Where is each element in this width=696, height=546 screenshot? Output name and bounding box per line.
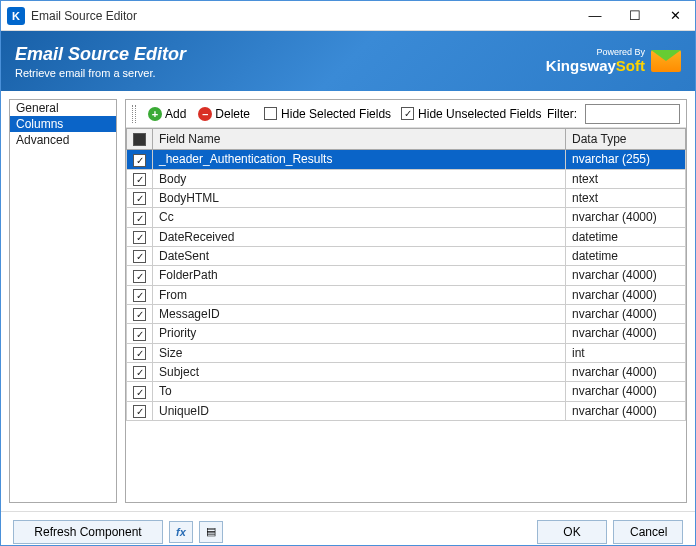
row-checkbox[interactable]: ✓	[133, 154, 146, 167]
toolbar: + Add – Delete Hide Selected Fields ✓ Hi…	[126, 100, 686, 128]
checkbox-icon	[264, 107, 277, 120]
data-type-cell[interactable]: int	[566, 343, 686, 362]
delete-button[interactable]: – Delete	[194, 105, 254, 123]
table-row[interactable]: ✓Sizeint	[127, 343, 686, 362]
field-name-cell[interactable]: Size	[153, 343, 566, 362]
data-type-cell[interactable]: nvarchar (4000)	[566, 304, 686, 323]
data-type-cell[interactable]: ntext	[566, 169, 686, 188]
table-row[interactable]: ✓Ccnvarchar (4000)	[127, 208, 686, 227]
header-title: Email Source Editor	[15, 44, 186, 65]
data-type-cell[interactable]: nvarchar (4000)	[566, 382, 686, 401]
data-type-cell[interactable]: nvarchar (4000)	[566, 266, 686, 285]
brand-logo: Powered By KingswaySoft	[546, 48, 681, 74]
table-row[interactable]: ✓BodyHTMLntext	[127, 188, 686, 207]
expression-button[interactable]: fx	[169, 521, 193, 543]
add-icon: +	[148, 107, 162, 121]
content-panel: + Add – Delete Hide Selected Fields ✓ Hi…	[125, 99, 687, 503]
row-checkbox[interactable]: ✓	[133, 405, 146, 418]
row-checkbox[interactable]: ✓	[133, 328, 146, 341]
field-name-cell[interactable]: DateReceived	[153, 227, 566, 246]
row-checkbox[interactable]: ✓	[133, 212, 146, 225]
ok-button[interactable]: OK	[537, 520, 607, 544]
field-name-cell[interactable]: Cc	[153, 208, 566, 227]
row-checkbox[interactable]: ✓	[133, 366, 146, 379]
toolbar-grip	[132, 105, 136, 123]
field-name-header[interactable]: Field Name	[153, 129, 566, 150]
fields-grid[interactable]: Field Name Data Type ✓_header_Authentica…	[126, 128, 686, 502]
fx-icon: fx	[176, 526, 186, 538]
table-row[interactable]: ✓Fromnvarchar (4000)	[127, 285, 686, 304]
add-button[interactable]: + Add	[144, 105, 190, 123]
table-row[interactable]: ✓_header_Authentication_Resultsnvarchar …	[127, 150, 686, 169]
window-title: Email Source Editor	[31, 9, 575, 23]
table-row[interactable]: ✓FolderPathnvarchar (4000)	[127, 266, 686, 285]
field-name-cell[interactable]: To	[153, 382, 566, 401]
data-type-cell[interactable]: nvarchar (255)	[566, 150, 686, 169]
header-banner: Email Source Editor Retrieve email from …	[1, 31, 695, 91]
header-subtitle: Retrieve email from a server.	[15, 67, 186, 79]
row-checkbox[interactable]: ✓	[133, 347, 146, 360]
envelope-icon	[651, 50, 681, 72]
row-checkbox[interactable]: ✓	[133, 250, 146, 263]
hide-selected-checkbox[interactable]: Hide Selected Fields	[264, 107, 391, 121]
row-checkbox[interactable]: ✓	[133, 231, 146, 244]
field-name-cell[interactable]: Subject	[153, 362, 566, 381]
row-checkbox[interactable]: ✓	[133, 289, 146, 302]
cancel-button[interactable]: Cancel	[613, 520, 683, 544]
data-type-cell[interactable]: nvarchar (4000)	[566, 285, 686, 304]
data-type-cell[interactable]: datetime	[566, 246, 686, 265]
table-row[interactable]: ✓Tonvarchar (4000)	[127, 382, 686, 401]
sidebar-item-columns[interactable]: Columns	[10, 116, 116, 132]
row-checkbox[interactable]: ✓	[133, 192, 146, 205]
sidebar: GeneralColumnsAdvanced	[9, 99, 117, 503]
documentation-button[interactable]: ▤	[199, 521, 223, 543]
field-name-cell[interactable]: BodyHTML	[153, 188, 566, 207]
filter-input[interactable]	[585, 104, 680, 124]
row-checkbox[interactable]: ✓	[133, 386, 146, 399]
data-type-cell[interactable]: nvarchar (4000)	[566, 401, 686, 420]
maximize-button[interactable]: ☐	[615, 1, 655, 31]
select-all-checkbox[interactable]	[133, 133, 146, 146]
footer: Refresh Component fx ▤ OK Cancel	[1, 511, 695, 546]
table-row[interactable]: ✓UniqueIDnvarchar (4000)	[127, 401, 686, 420]
table-row[interactable]: ✓Prioritynvarchar (4000)	[127, 324, 686, 343]
field-name-cell[interactable]: _header_Authentication_Results	[153, 150, 566, 169]
table-row[interactable]: ✓DateSentdatetime	[127, 246, 686, 265]
minimize-button[interactable]: —	[575, 1, 615, 31]
table-row[interactable]: ✓DateReceiveddatetime	[127, 227, 686, 246]
table-row[interactable]: ✓Subjectnvarchar (4000)	[127, 362, 686, 381]
refresh-component-button[interactable]: Refresh Component	[13, 520, 163, 544]
table-row[interactable]: ✓Bodyntext	[127, 169, 686, 188]
field-name-cell[interactable]: MessageID	[153, 304, 566, 323]
data-type-cell[interactable]: datetime	[566, 227, 686, 246]
sidebar-item-advanced[interactable]: Advanced	[10, 132, 116, 148]
titlebar: K Email Source Editor — ☐ ✕	[1, 1, 695, 31]
field-name-cell[interactable]: FolderPath	[153, 266, 566, 285]
select-all-header[interactable]	[127, 129, 153, 150]
row-checkbox[interactable]: ✓	[133, 270, 146, 283]
checkbox-icon: ✓	[401, 107, 414, 120]
data-type-cell[interactable]: nvarchar (4000)	[566, 324, 686, 343]
field-name-cell[interactable]: Body	[153, 169, 566, 188]
sidebar-item-general[interactable]: General	[10, 100, 116, 116]
field-name-cell[interactable]: UniqueID	[153, 401, 566, 420]
data-type-header[interactable]: Data Type	[566, 129, 686, 150]
app-icon: K	[7, 7, 25, 25]
hide-unselected-checkbox[interactable]: ✓ Hide Unselected Fields	[401, 107, 541, 121]
close-button[interactable]: ✕	[655, 1, 695, 31]
filter-label: Filter:	[547, 107, 577, 121]
data-type-cell[interactable]: nvarchar (4000)	[566, 362, 686, 381]
data-type-cell[interactable]: nvarchar (4000)	[566, 208, 686, 227]
data-type-cell[interactable]: ntext	[566, 188, 686, 207]
row-checkbox[interactable]: ✓	[133, 308, 146, 321]
field-name-cell[interactable]: From	[153, 285, 566, 304]
table-row[interactable]: ✓MessageIDnvarchar (4000)	[127, 304, 686, 323]
doc-icon: ▤	[206, 525, 216, 538]
delete-icon: –	[198, 107, 212, 121]
row-checkbox[interactable]: ✓	[133, 173, 146, 186]
field-name-cell[interactable]: DateSent	[153, 246, 566, 265]
field-name-cell[interactable]: Priority	[153, 324, 566, 343]
